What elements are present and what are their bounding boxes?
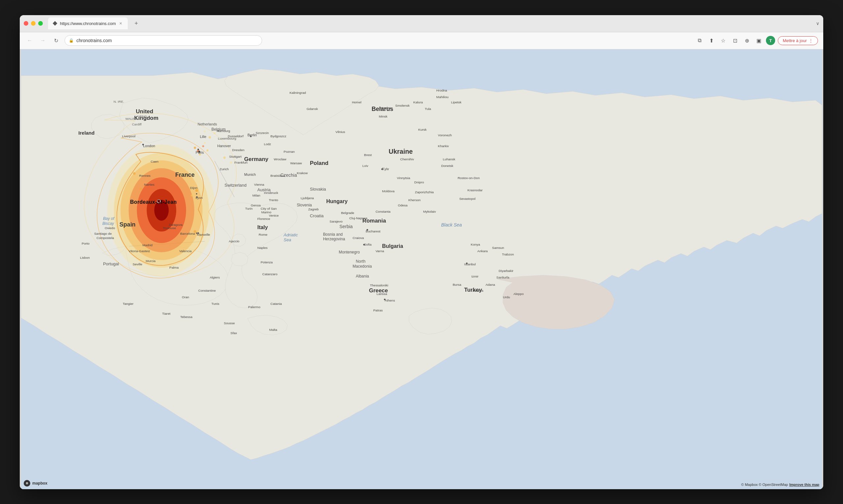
svg-text:Rome: Rome (258, 233, 267, 236)
svg-text:Dusseldorf: Dusseldorf (228, 134, 244, 138)
country-label-croatia: Croatia (310, 213, 324, 218)
svg-text:Lisbon: Lisbon (80, 256, 90, 259)
bookmark-icon[interactable]: ☆ (719, 36, 728, 45)
forward-button[interactable]: → (38, 36, 48, 45)
svg-text:Vilnius: Vilnius (336, 130, 345, 134)
svg-text:Patras: Patras (373, 308, 383, 312)
svg-text:Hamburg: Hamburg (217, 129, 230, 133)
svg-text:Bydgoszcz: Bydgoszcz (270, 134, 286, 138)
reach-dot (207, 149, 209, 151)
svg-text:Kharkiv: Kharkiv (438, 144, 449, 148)
svg-text:Cluj-Napoca: Cluj-Napoca (349, 216, 367, 220)
svg-point-134 (198, 151, 200, 153)
close-button[interactable] (24, 21, 28, 26)
profile-avatar[interactable]: T (766, 36, 775, 45)
reach-dot (204, 142, 205, 144)
svg-text:Constanta: Constanta (375, 210, 391, 213)
country-label-ireland: Ireland (78, 130, 94, 136)
tab-close-icon[interactable]: ✕ (119, 21, 123, 26)
svg-text:Donetsk: Donetsk (441, 164, 453, 167)
svg-text:Trento: Trento (269, 198, 278, 201)
update-button-label: Mettre à jour (783, 38, 807, 43)
svg-text:Diyarbakir: Diyarbakir (499, 269, 514, 272)
address-bar: ← → ↻ 🔒 chronotrains.com ⧉ ⬆ ☆ ⊡ ⊕ ▣ T M… (20, 32, 823, 49)
svg-text:Valencia: Valencia (179, 249, 192, 253)
traffic-lights (24, 21, 43, 26)
reach-dot (223, 156, 226, 159)
update-button[interactable]: Mettre à jour ⋮ (778, 36, 818, 45)
svg-text:Smolensk: Smolensk (395, 104, 410, 107)
svg-text:Compostela: Compostela (96, 236, 114, 240)
svg-text:Sarajevo: Sarajevo (330, 220, 343, 223)
svg-text:Poznan: Poznan (284, 150, 295, 154)
svg-text:Naples: Naples (257, 246, 267, 250)
svg-text:Ankara: Ankara (477, 249, 488, 253)
svg-text:Kyiv: Kyiv (382, 166, 389, 170)
svg-text:Belgrade: Belgrade (341, 211, 354, 215)
reach-dot (133, 172, 136, 175)
svg-text:Homel: Homel (352, 101, 362, 104)
maximize-button[interactable] (38, 21, 43, 26)
country-label-slovenia: Slovenia (297, 202, 312, 207)
reach-dot (230, 161, 232, 163)
svg-text:Seville: Seville (133, 263, 143, 266)
svg-text:Chernihiv: Chernihiv (400, 157, 414, 161)
active-tab[interactable]: https://www.chronotrains.com ✕ (48, 17, 128, 29)
share-icon[interactable]: ⬆ (707, 36, 716, 45)
sea-label-bay-biscay2: Biscay (103, 221, 114, 226)
svg-text:Urdu: Urdu (503, 295, 510, 299)
svg-text:Oviedo: Oviedo (105, 226, 115, 230)
svg-text:Lodz: Lodz (264, 142, 271, 146)
tab-title: https://www.chronotrains.com (60, 21, 116, 26)
url-text: chronotrains.com (76, 38, 112, 43)
city-dot (196, 193, 197, 194)
svg-text:Istanbul: Istanbul (464, 263, 476, 266)
svg-text:Tebessa: Tebessa (180, 315, 193, 318)
svg-point-142 (384, 299, 385, 300)
attribution-text: © Mapbox © OpenStreetMap (741, 483, 788, 487)
svg-text:Innsbruck: Innsbruck (264, 191, 278, 194)
update-menu-icon: ⋮ (809, 38, 813, 43)
reload-button[interactable]: ↻ (51, 36, 60, 45)
svg-text:Hanover: Hanover (217, 144, 231, 148)
svg-text:Kaliningrad: Kaliningrad (289, 91, 306, 94)
heatmap-core (154, 199, 168, 220)
svg-text:London: London (143, 144, 156, 148)
svg-text:Sousse: Sousse (224, 321, 235, 325)
sea-label-bay-biscay: Bay of (103, 216, 115, 221)
svg-text:Adana: Adana (485, 283, 495, 286)
url-bar[interactable]: 🔒 chronotrains.com (65, 35, 262, 46)
svg-text:Rostov-on-Don: Rostov-on-Don (458, 176, 480, 179)
back-button[interactable]: ← (25, 36, 34, 45)
svg-text:Izmir: Izmir (471, 274, 479, 278)
svg-text:Sanliurfa: Sanliurfa (496, 275, 509, 279)
svg-text:Krakow: Krakow (297, 171, 308, 175)
screenshot-icon[interactable]: ⧉ (695, 36, 704, 45)
svg-text:Nantes: Nantes (144, 182, 155, 186)
improve-map-link[interactable]: Improve this map (789, 483, 819, 487)
sidebar-icon[interactable]: ▣ (754, 36, 763, 45)
cast-icon[interactable]: ⊡ (730, 36, 740, 45)
mapbox-logo-text: mapbox (32, 481, 48, 486)
svg-point-138 (247, 159, 248, 160)
minimize-button[interactable] (31, 21, 36, 26)
svg-point-140 (366, 229, 368, 231)
svg-text:Thessaloniki: Thessaloniki (370, 283, 388, 287)
sea-label-adriatic2: Sea (284, 237, 291, 242)
tabs-dropdown-icon[interactable]: ∨ (816, 21, 819, 26)
svg-text:Kaluга: Kaluга (413, 101, 423, 104)
extensions-icon[interactable]: ⊕ (742, 36, 751, 45)
new-tab-button[interactable]: + (132, 19, 141, 28)
title-bar: https://www.chronotrains.com ✕ + ∨ (20, 15, 823, 32)
country-label-italy: Italy (257, 224, 268, 230)
svg-text:Odesa: Odesa (398, 203, 408, 207)
svg-text:Tula: Tula (425, 107, 431, 111)
svg-text:Oran: Oran (182, 295, 189, 299)
svg-text:Vitoria-Gasteiz: Vitoria-Gasteiz (129, 249, 150, 253)
svg-text:WALES: WALES (125, 117, 137, 121)
reach-dot (195, 189, 198, 192)
map-container[interactable]: Spain France Portugal Germany Belgium Ne… (20, 49, 823, 489)
svg-text:Rennes: Rennes (139, 174, 150, 177)
svg-text:Wroclaw: Wroclaw (274, 157, 286, 161)
svg-text:Catania: Catania (270, 302, 282, 305)
